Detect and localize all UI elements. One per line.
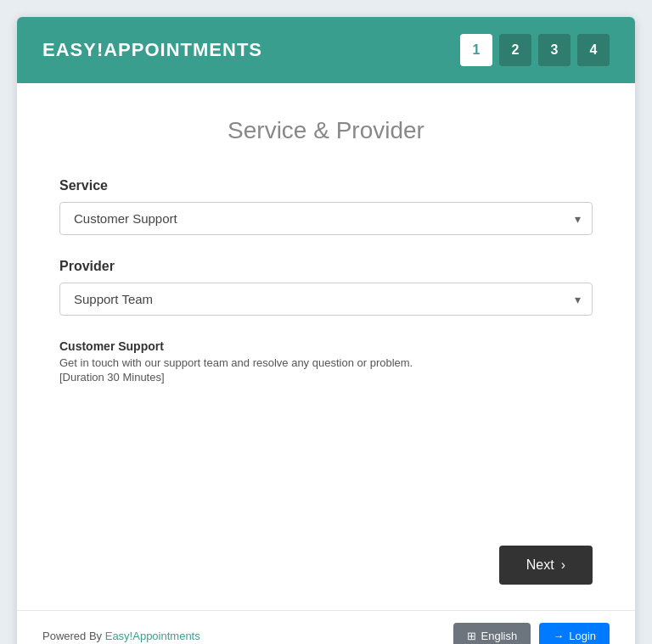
footer: Powered By Easy!Appointments ⊞ English →…: [17, 610, 635, 644]
footer-link[interactable]: Easy!Appointments: [105, 630, 200, 642]
actions: Next ›: [59, 529, 593, 585]
steps-container: 1 2 3 4: [460, 34, 610, 66]
service-info-title: Customer Support: [59, 339, 593, 353]
service-select-wrapper: Customer Support Technical Support Billi…: [59, 202, 593, 235]
provider-field-group: Provider Support Team Agent 1 Agent 2 ▾: [59, 259, 593, 316]
service-field-group: Service Customer Support Technical Suppo…: [59, 178, 593, 235]
provider-label: Provider: [59, 259, 593, 274]
step-2[interactable]: 2: [499, 34, 531, 66]
provider-select-wrapper: Support Team Agent 1 Agent 2 ▾: [59, 283, 593, 316]
service-info: Customer Support Get in touch with our s…: [59, 339, 593, 384]
next-icon: ›: [561, 557, 565, 573]
login-button[interactable]: → Login: [539, 623, 610, 644]
step-4[interactable]: 4: [577, 34, 610, 66]
language-button[interactable]: ⊞ English: [453, 623, 531, 644]
step-3[interactable]: 3: [538, 34, 570, 66]
service-select[interactable]: Customer Support Technical Support Billi…: [59, 202, 593, 235]
app-container: EASY!APPOINTMENTS 1 2 3 4 Service & Prov…: [17, 17, 635, 644]
form-section: Service Customer Support Technical Suppo…: [59, 178, 593, 529]
header: EASY!APPOINTMENTS 1 2 3 4: [17, 17, 635, 83]
footer-powered-by: Powered By Easy!Appointments: [42, 630, 200, 642]
login-icon: →: [553, 630, 564, 642]
app-title: EASY!APPOINTMENTS: [42, 39, 262, 61]
language-label: English: [481, 630, 518, 642]
service-info-description: Get in touch with our support team and r…: [59, 356, 593, 369]
step-1[interactable]: 1: [460, 34, 492, 66]
next-button-label: Next: [526, 557, 554, 573]
footer-right: ⊞ English → Login: [453, 623, 610, 644]
service-label: Service: [59, 178, 593, 193]
main-content: Service & Provider Service Customer Supp…: [17, 83, 635, 610]
provider-select[interactable]: Support Team Agent 1 Agent 2: [59, 283, 593, 316]
page-title: Service & Provider: [59, 117, 593, 144]
service-info-duration: [Duration 30 Minutes]: [59, 371, 593, 384]
language-icon: ⊞: [467, 630, 476, 642]
login-label: Login: [569, 630, 596, 642]
next-button[interactable]: Next ›: [499, 546, 593, 585]
